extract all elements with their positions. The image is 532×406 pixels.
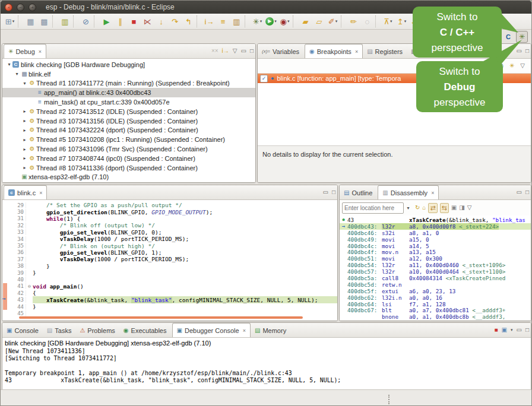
- dropdown-arrow-icon[interactable]: ▾: [12, 19, 15, 24]
- code-line[interactable]: 35 /* Blink on (output high) */: [2, 242, 337, 249]
- breakpoint-checkbox[interactable]: ✓: [260, 75, 268, 83]
- mark-occurrences-button[interactable]: ◌: [360, 15, 374, 28]
- disasm-row[interactable]: 400dbc64:lsif7, a1, 128: [340, 301, 531, 307]
- expand-arrow-icon[interactable]: ▸: [21, 147, 28, 152]
- dropdown-arrow-icon[interactable]: ▾: [260, 19, 262, 24]
- dropdown-arrow-icon[interactable]: ▾: [511, 328, 513, 332]
- dropdown-arrow-icon[interactable]: ▾: [390, 19, 392, 24]
- disasm-row[interactable]: 400dbc57:l32ra10, 0x400d0464 <_stext+110…: [340, 268, 531, 275]
- debug-launch-button[interactable]: ✳▾: [251, 15, 264, 28]
- console-output[interactable]: blink checking [GDB Hardware Debugging] …: [2, 338, 531, 392]
- save-button[interactable]: ▦: [24, 15, 37, 28]
- instruction-stepping-button[interactable]: i→: [202, 15, 216, 28]
- close-icon[interactable]: ×: [39, 49, 42, 55]
- breakpoint-marker[interactable]: →: [2, 296, 10, 303]
- tab-registers[interactable]: ▤Registers: [363, 45, 407, 58]
- debug-tree-row[interactable]: ▸⚙Thread #7 1073408744 (ipc0) (Suspended…: [2, 154, 255, 163]
- expand-arrow-icon[interactable]: ▸: [21, 137, 28, 142]
- pin-editor-button[interactable]: ⊼▾: [381, 15, 395, 28]
- disasm-row[interactable]: 400dbc46:s32ia8, a1, 0: [340, 230, 531, 236]
- disasm-row[interactable]: 400dbc67:blta0, a7, 0x400dbc81 <__adddf3…: [340, 307, 531, 313]
- code-line[interactable]: →43 xTaskCreate(&blink_task, "blink_task…: [2, 296, 337, 303]
- display-selected-console-button[interactable]: ▣: [502, 327, 507, 333]
- tab-debugger-console[interactable]: ▣Debugger Console×: [172, 323, 251, 337]
- minimize-button[interactable]: ▭: [517, 327, 522, 333]
- new-wizard-button[interactable]: ⊞▾: [3, 15, 17, 28]
- sync-active-context-button[interactable]: ⇄: [428, 203, 437, 213]
- sash-drag-handle[interactable]: [388, 395, 391, 404]
- suspend-button[interactable]: ∥: [113, 15, 127, 28]
- minimize-button[interactable]: ▭: [517, 189, 522, 195]
- open-folder-button[interactable]: ▰: [299, 15, 312, 28]
- skip-all-breakpoints-button[interactable]: ⊘: [79, 15, 93, 28]
- dropdown-arrow-icon[interactable]: ▾: [274, 19, 277, 24]
- coverage-launch-button[interactable]: ◉▾: [278, 15, 292, 28]
- save-all-button[interactable]: ▩: [37, 15, 51, 28]
- tab-variables[interactable]: (x)=Variables: [258, 45, 303, 58]
- debug-tree-row[interactable]: ▣xtensa-esp32-elf-gdb (7.10): [2, 173, 255, 182]
- code-line[interactable]: 45: [2, 310, 337, 316]
- minimize-button[interactable]: ▭: [241, 48, 246, 54]
- expand-arrow-icon[interactable]: ▸: [21, 118, 28, 123]
- tab-debug[interactable]: ✳Debug×: [4, 44, 46, 58]
- disasm-row[interactable]: 400dbc62:l32i.na0, a0, 16: [340, 294, 531, 301]
- maximize-button[interactable]: □: [332, 189, 335, 195]
- code-line[interactable]: 42{: [2, 290, 337, 296]
- window-maximize-button[interactable]: +: [28, 4, 36, 11]
- code-line[interactable]: 31 while(1) {: [2, 215, 337, 222]
- close-icon[interactable]: ×: [243, 328, 246, 334]
- location-dropdown-icon[interactable]: ▼: [406, 206, 410, 210]
- minimize-button[interactable]: ▭: [323, 189, 328, 195]
- view-menu-button[interactable]: ▽: [467, 205, 472, 211]
- location-input[interactable]: [342, 202, 404, 214]
- tab-outline[interactable]: ▤Outline: [340, 186, 376, 199]
- flash-target-button[interactable]: ✐▾: [326, 15, 340, 28]
- code-line[interactable]: 29 /* Set the GPIO as a push/pull output…: [2, 202, 337, 208]
- debug-tree-row[interactable]: ▾Cblink checking [GDB Hardware Debugging…: [2, 60, 255, 69]
- tab-tasks[interactable]: ▤Tasks: [43, 323, 76, 337]
- code-editor[interactable]: 29 /* Set the GPIO as a push/pull output…: [2, 200, 337, 321]
- settings-button[interactable]: ◨: [459, 205, 464, 211]
- step-over-button[interactable]: ↷: [168, 15, 182, 28]
- format-brush-button[interactable]: ✏: [347, 15, 360, 28]
- refresh-button[interactable]: ↻: [415, 205, 420, 211]
- build-button[interactable]: ▥: [58, 15, 72, 28]
- expand-arrow-icon[interactable]: ▸: [21, 165, 28, 170]
- disasm-row[interactable]: 400dbc5a:call80x40084314 <xTaskCreatePin…: [340, 275, 531, 281]
- minimize-button[interactable]: ▭: [517, 48, 522, 54]
- expand-arrow-icon[interactable]: ▾: [6, 62, 12, 67]
- disasm-row[interactable]: 400dbc4f:mov.na13, a15: [340, 249, 531, 255]
- code-line[interactable]: 37 vTaskDelay(1000 / portTICK_PERIOD_MS)…: [2, 256, 337, 262]
- debug-tree-row[interactable]: ▾▩blink.elf: [2, 69, 255, 79]
- view-menu-button[interactable]: ▽: [520, 63, 525, 69]
- code-line[interactable]: 39}: [2, 269, 337, 276]
- debug-tree-row[interactable]: ▸⚙Thread #5 1073410208 (ipc1 : Running) …: [2, 135, 255, 144]
- code-line[interactable]: 34 vTaskDelay(1000 / portTICK_PERIOD_MS)…: [2, 236, 337, 242]
- terminate-console-button[interactable]: ■: [494, 327, 498, 333]
- instruction-step-toggle-button[interactable]: i→: [222, 48, 229, 54]
- debug-tree-row[interactable]: ▾⚙Thread #1 1073411772 (main : Running) …: [2, 79, 255, 88]
- step-return-button[interactable]: ↰: [182, 15, 195, 28]
- remove-all-terminated-button[interactable]: ××: [211, 48, 218, 54]
- disasm-row[interactable]: 400dbc49:movia15, 0: [340, 236, 531, 243]
- maximize-button[interactable]: □: [525, 327, 529, 333]
- cpp-perspective-button[interactable]: C: [502, 31, 514, 43]
- close-icon[interactable]: ×: [39, 190, 42, 196]
- code-line[interactable]: 40: [2, 276, 337, 283]
- tab-memory[interactable]: ▤Memory: [251, 323, 290, 337]
- disasm-row[interactable]: 400dbc5d:retw.n: [340, 281, 531, 288]
- code-line[interactable]: 30 gpio_set_direction(BLINK_GPIO, GPIO_M…: [2, 208, 337, 215]
- debug-perspective-button[interactable]: ✳: [516, 31, 528, 43]
- breakpoint-settings-button[interactable]: ✳: [509, 63, 514, 69]
- expand-arrow-icon[interactable]: ▸: [21, 128, 28, 133]
- track-expression-button[interactable]: ⇆: [440, 203, 449, 213]
- disasm-row[interactable]: 400dbc5f:extuia6, a0, 23, 13: [340, 288, 531, 294]
- tab-breakpoints[interactable]: ◉Breakpoints×: [305, 44, 363, 58]
- tab-problems[interactable]: ⚠Problems: [75, 323, 119, 337]
- debug-tree-row[interactable]: ▸⚙Thread #8 1073411336 (dport) (Suspende…: [2, 163, 255, 173]
- close-icon[interactable]: ×: [355, 49, 358, 55]
- debug-tree-row[interactable]: ▸⚙Thread #6 1073431096 (Tmr Svc) (Suspen…: [2, 144, 255, 154]
- debug-tree-row[interactable]: ▸⚙Thread #2 1073413512 (IDLE) (Suspended…: [2, 107, 255, 116]
- debug-tree-row[interactable]: ▸⚙Thread #3 1073413156 (IDLE) (Suspended…: [2, 116, 255, 126]
- step-into-button[interactable]: ↓: [154, 15, 168, 28]
